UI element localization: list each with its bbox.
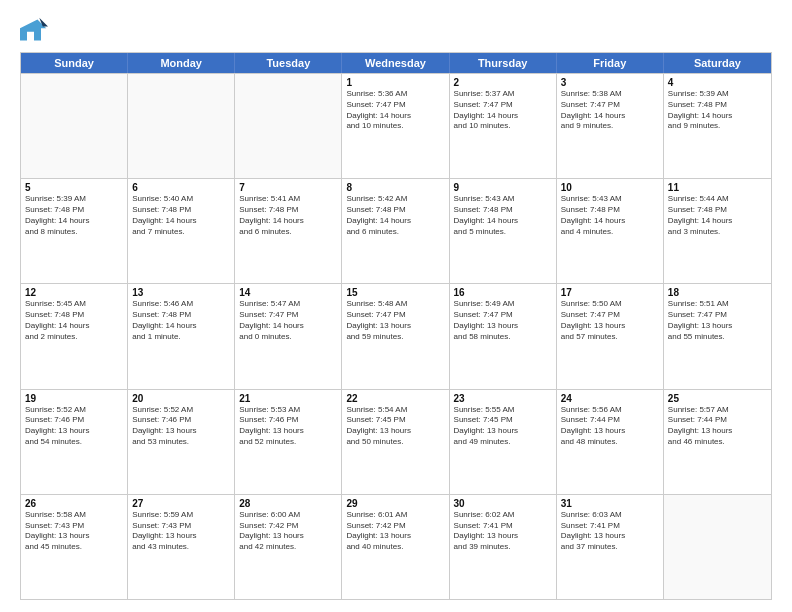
cell-line: Sunrise: 5:52 AM (25, 405, 123, 416)
cell-line: Sunset: 7:47 PM (561, 100, 659, 111)
cell-line: Daylight: 13 hours (454, 426, 552, 437)
day-number: 17 (561, 287, 659, 298)
cell-line: Sunset: 7:43 PM (25, 521, 123, 532)
cell-line: Daylight: 13 hours (668, 321, 767, 332)
cell-line: and 46 minutes. (668, 437, 767, 448)
cal-cell: 23Sunrise: 5:55 AMSunset: 7:45 PMDayligh… (450, 390, 557, 494)
cell-line: Sunrise: 6:02 AM (454, 510, 552, 521)
cell-line: Sunrise: 6:03 AM (561, 510, 659, 521)
cal-cell: 16Sunrise: 5:49 AMSunset: 7:47 PMDayligh… (450, 284, 557, 388)
cell-line: Sunset: 7:46 PM (132, 415, 230, 426)
cell-line: and 9 minutes. (668, 121, 767, 132)
header-cell-monday: Monday (128, 53, 235, 73)
cell-line: and 10 minutes. (346, 121, 444, 132)
cell-line: Daylight: 13 hours (454, 531, 552, 542)
cell-line: and 6 minutes. (346, 227, 444, 238)
cal-cell: 24Sunrise: 5:56 AMSunset: 7:44 PMDayligh… (557, 390, 664, 494)
cal-cell: 7Sunrise: 5:41 AMSunset: 7:48 PMDaylight… (235, 179, 342, 283)
cell-line: Daylight: 13 hours (132, 531, 230, 542)
cell-line: Sunset: 7:48 PM (346, 205, 444, 216)
cell-line: and 2 minutes. (25, 332, 123, 343)
cell-line: and 48 minutes. (561, 437, 659, 448)
cell-line: Sunset: 7:48 PM (132, 310, 230, 321)
day-number: 29 (346, 498, 444, 509)
cell-line: Daylight: 13 hours (25, 531, 123, 542)
cell-line: Sunrise: 6:01 AM (346, 510, 444, 521)
cell-line: Sunrise: 5:37 AM (454, 89, 552, 100)
cal-cell: 18Sunrise: 5:51 AMSunset: 7:47 PMDayligh… (664, 284, 771, 388)
day-number: 11 (668, 182, 767, 193)
cell-line: Daylight: 14 hours (346, 216, 444, 227)
calendar-row-4: 26Sunrise: 5:58 AMSunset: 7:43 PMDayligh… (21, 494, 771, 599)
cal-cell: 12Sunrise: 5:45 AMSunset: 7:48 PMDayligh… (21, 284, 128, 388)
cell-line: Sunset: 7:47 PM (346, 310, 444, 321)
cell-line: and 0 minutes. (239, 332, 337, 343)
cell-line: Sunrise: 5:41 AM (239, 194, 337, 205)
cell-line: Sunrise: 5:57 AM (668, 405, 767, 416)
cal-cell: 6Sunrise: 5:40 AMSunset: 7:48 PMDaylight… (128, 179, 235, 283)
cell-line: Daylight: 14 hours (132, 216, 230, 227)
cell-line: Sunset: 7:47 PM (454, 310, 552, 321)
cell-line: Daylight: 14 hours (561, 111, 659, 122)
cell-line: Daylight: 14 hours (239, 321, 337, 332)
cell-line: Daylight: 13 hours (668, 426, 767, 437)
header-cell-wednesday: Wednesday (342, 53, 449, 73)
calendar-row-3: 19Sunrise: 5:52 AMSunset: 7:46 PMDayligh… (21, 389, 771, 494)
cell-line: Sunset: 7:47 PM (239, 310, 337, 321)
cal-cell (235, 74, 342, 178)
cell-line: Daylight: 14 hours (346, 111, 444, 122)
cal-cell: 21Sunrise: 5:53 AMSunset: 7:46 PMDayligh… (235, 390, 342, 494)
day-number: 3 (561, 77, 659, 88)
cell-line: and 50 minutes. (346, 437, 444, 448)
cell-line: and 39 minutes. (454, 542, 552, 553)
calendar-body: 1Sunrise: 5:36 AMSunset: 7:47 PMDaylight… (21, 73, 771, 599)
cal-cell: 13Sunrise: 5:46 AMSunset: 7:48 PMDayligh… (128, 284, 235, 388)
cell-line: Sunrise: 6:00 AM (239, 510, 337, 521)
cell-line: Sunset: 7:46 PM (239, 415, 337, 426)
day-number: 20 (132, 393, 230, 404)
cal-cell: 19Sunrise: 5:52 AMSunset: 7:46 PMDayligh… (21, 390, 128, 494)
cal-cell: 25Sunrise: 5:57 AMSunset: 7:44 PMDayligh… (664, 390, 771, 494)
day-number: 1 (346, 77, 444, 88)
cell-line: Sunset: 7:48 PM (561, 205, 659, 216)
day-number: 5 (25, 182, 123, 193)
cell-line: Sunrise: 5:49 AM (454, 299, 552, 310)
cell-line: and 4 minutes. (561, 227, 659, 238)
cell-line: Sunrise: 5:52 AM (132, 405, 230, 416)
cell-line: Sunset: 7:46 PM (25, 415, 123, 426)
cell-line: Sunset: 7:47 PM (561, 310, 659, 321)
cal-cell: 8Sunrise: 5:42 AMSunset: 7:48 PMDaylight… (342, 179, 449, 283)
day-number: 13 (132, 287, 230, 298)
cell-line: and 52 minutes. (239, 437, 337, 448)
header-cell-thursday: Thursday (450, 53, 557, 73)
cell-line: Sunset: 7:48 PM (239, 205, 337, 216)
cell-line: Daylight: 13 hours (132, 426, 230, 437)
cell-line: and 53 minutes. (132, 437, 230, 448)
cal-cell: 4Sunrise: 5:39 AMSunset: 7:48 PMDaylight… (664, 74, 771, 178)
cal-cell (21, 74, 128, 178)
day-number: 9 (454, 182, 552, 193)
day-number: 25 (668, 393, 767, 404)
cell-line: Daylight: 14 hours (668, 111, 767, 122)
cell-line: Daylight: 13 hours (561, 531, 659, 542)
cell-line: and 5 minutes. (454, 227, 552, 238)
cell-line: Sunset: 7:47 PM (346, 100, 444, 111)
day-number: 4 (668, 77, 767, 88)
cell-line: Sunset: 7:44 PM (668, 415, 767, 426)
day-number: 31 (561, 498, 659, 509)
cell-line: Sunrise: 5:59 AM (132, 510, 230, 521)
cell-line: and 9 minutes. (561, 121, 659, 132)
cell-line: Daylight: 13 hours (346, 321, 444, 332)
cell-line: and 42 minutes. (239, 542, 337, 553)
cell-line: Daylight: 14 hours (25, 321, 123, 332)
cell-line: Sunset: 7:48 PM (668, 205, 767, 216)
cal-cell: 11Sunrise: 5:44 AMSunset: 7:48 PMDayligh… (664, 179, 771, 283)
calendar-row-1: 5Sunrise: 5:39 AMSunset: 7:48 PMDaylight… (21, 178, 771, 283)
cell-line: Sunrise: 5:48 AM (346, 299, 444, 310)
cell-line: Daylight: 14 hours (132, 321, 230, 332)
cell-line: Sunset: 7:47 PM (454, 100, 552, 111)
cell-line: and 40 minutes. (346, 542, 444, 553)
cell-line: Sunset: 7:48 PM (132, 205, 230, 216)
logo-icon (20, 16, 48, 44)
cell-line: Sunset: 7:47 PM (668, 310, 767, 321)
